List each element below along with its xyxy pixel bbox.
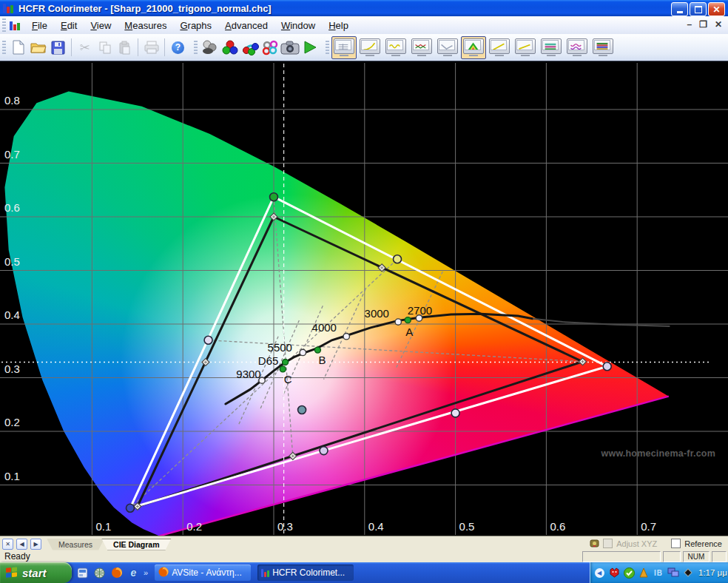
- menu-bar: FileEditViewMeasuresGraphsAdvancedWindow…: [0, 16, 728, 35]
- taskbar-clock: 1:17 μμ: [698, 568, 727, 577]
- grid-lines: [0, 63, 728, 535]
- free-measures-button[interactable]: [260, 38, 280, 58]
- mdi-restore-button[interactable]: ❐: [699, 19, 707, 30]
- snapshot-button[interactable]: [280, 38, 300, 58]
- status-bar: Ready NUM: [0, 550, 728, 562]
- system-tray: ◀ IB 1:17 μμ: [590, 562, 728, 583]
- antivirus-icon[interactable]: [608, 567, 620, 579]
- luminance-graph-button[interactable]: [435, 36, 460, 59]
- app-launcher-icon[interactable]: [76, 567, 89, 579]
- menu-drag-handle[interactable]: [2, 18, 6, 32]
- toolbar-drag-handle[interactable]: [2, 41, 6, 54]
- adjust-xyz-checkbox[interactable]: [603, 539, 613, 548]
- task-label: HCFR Colorimet...: [272, 567, 345, 578]
- close-button[interactable]: ✕: [708, 2, 725, 16]
- cie-diagram-graph-button[interactable]: [461, 36, 486, 59]
- rgb-curves-graph-button[interactable]: [409, 36, 434, 59]
- reference-checkbox[interactable]: [671, 539, 681, 548]
- status-text: Ready: [4, 551, 30, 562]
- adjust-xyz-label: Adjust XYZ: [616, 539, 657, 548]
- sensor-settings-button[interactable]: [200, 38, 220, 58]
- mdi-close-button[interactable]: ✕: [715, 19, 722, 30]
- task-label: AVSite - Ανάντη...: [172, 567, 242, 578]
- vpn-cone-icon[interactable]: [638, 567, 650, 579]
- restore-button[interactable]: [690, 2, 707, 16]
- measure-toolbar-drag-handle[interactable]: [194, 41, 198, 54]
- paste-button[interactable]: [115, 38, 135, 58]
- security-shield-icon[interactable]: [623, 567, 635, 579]
- temp-label-c: C: [284, 372, 292, 385]
- minimize-icon: [677, 11, 683, 13]
- gamma-curve-graph-button[interactable]: [357, 36, 382, 59]
- run-measures-button[interactable]: [300, 38, 320, 58]
- cie-diagram-view[interactable]: 9300D65C5500B40003000A27000.10.20.30.40.…: [0, 61, 728, 536]
- gamma-curve-graph-icon: [360, 38, 380, 54]
- x-axis-tick-0.4: 0.4: [368, 520, 384, 533]
- task-button-avsite[interactable]: AVSite - Ανάντη...: [155, 565, 251, 581]
- color-gamut-button[interactable]: [240, 38, 260, 58]
- cut-button[interactable]: ✂: [75, 38, 95, 58]
- color-temperature-graph-button[interactable]: [539, 36, 564, 59]
- print-icon: [144, 41, 159, 54]
- y-axis-tick-0.5: 0.5: [4, 255, 20, 268]
- minimize-button[interactable]: [671, 2, 688, 16]
- help-button[interactable]: ?: [168, 38, 188, 58]
- open-file-button[interactable]: [28, 38, 48, 58]
- cut-icon: ✂: [79, 40, 90, 55]
- internet-explorer-icon[interactable]: e: [127, 567, 140, 579]
- desktop-icon[interactable]: [93, 567, 106, 579]
- firefox-icon[interactable]: [110, 567, 123, 579]
- blackbody-locus-extension: [533, 319, 670, 326]
- network-monitors-icon[interactable]: [667, 567, 679, 579]
- menu-edit[interactable]: Edit: [54, 18, 84, 33]
- luminance-graph-icon: [437, 38, 458, 54]
- hide-icons-chevron[interactable]: ◀: [593, 567, 605, 579]
- tab-cie-diagram[interactable]: CIE Diagram: [101, 539, 171, 550]
- x-axis-tick-0.7: 0.7: [641, 520, 656, 533]
- title-bar[interactable]: HCFR Colorimeter - [Sharp_21000_trigono_…: [0, 0, 728, 16]
- menu-view[interactable]: View: [84, 18, 118, 33]
- color-temperature-graph-icon: [541, 38, 562, 54]
- sensor-settings-icon: [201, 40, 219, 55]
- menu-advanced[interactable]: Advanced: [218, 18, 274, 33]
- copy-button[interactable]: [95, 38, 115, 58]
- print-button[interactable]: [141, 38, 161, 58]
- temp-label-d65: D65: [258, 354, 279, 367]
- status-panel-2: [663, 551, 681, 562]
- task-button-hcfr[interactable]: HCFR Colorimet...: [257, 565, 354, 581]
- rgb-levels-graph-button[interactable]: [383, 36, 408, 59]
- diamond-icon[interactable]: [682, 567, 694, 579]
- spectrum-graph-icon: [593, 38, 613, 54]
- y-axis-tick-0.2: 0.2: [4, 416, 20, 428]
- save-file-button[interactable]: [48, 38, 68, 58]
- tab-next-button[interactable]: ▶: [30, 539, 41, 550]
- gamma-log-graph-button[interactable]: [487, 36, 512, 59]
- menu-help[interactable]: Help: [322, 18, 355, 33]
- saturation-graph-button[interactable]: [564, 36, 590, 59]
- sensor-status-icon: [590, 539, 599, 548]
- rgb-curves-graph-icon: [411, 38, 432, 54]
- close-icon: ✕: [712, 5, 720, 14]
- new-file-button[interactable]: [8, 38, 28, 58]
- open-file-icon: [30, 41, 47, 54]
- gamma-log-graph-icon: [489, 38, 510, 54]
- spectrum-graph-button[interactable]: [590, 36, 616, 59]
- graph-toolbar-drag-handle[interactable]: [326, 41, 329, 54]
- start-button[interactable]: start: [0, 562, 72, 583]
- menu-measures[interactable]: Measures: [118, 18, 173, 33]
- rgb-levels-button[interactable]: [220, 38, 240, 58]
- mdi-minimize-button[interactable]: –: [687, 19, 692, 30]
- temp-label-b: B: [318, 354, 326, 366]
- menu-window[interactable]: Window: [274, 18, 322, 33]
- measures-table-graph-button[interactable]: [331, 36, 357, 59]
- tab-close-button[interactable]: ✕: [2, 539, 13, 550]
- run-measures-icon: [303, 40, 317, 55]
- menu-graphs[interactable]: Graphs: [173, 18, 218, 33]
- tab-measures[interactable]: Measures: [47, 539, 104, 550]
- contrast-graph-button[interactable]: [513, 36, 538, 59]
- x-axis-tick-0.5: 0.5: [459, 520, 475, 533]
- tab-prev-button[interactable]: ◀: [16, 539, 27, 550]
- ib-indicator-icon[interactable]: IB: [653, 567, 664, 579]
- menu-file[interactable]: File: [25, 18, 54, 33]
- x-axis-tick-0.2: 0.2: [186, 520, 202, 533]
